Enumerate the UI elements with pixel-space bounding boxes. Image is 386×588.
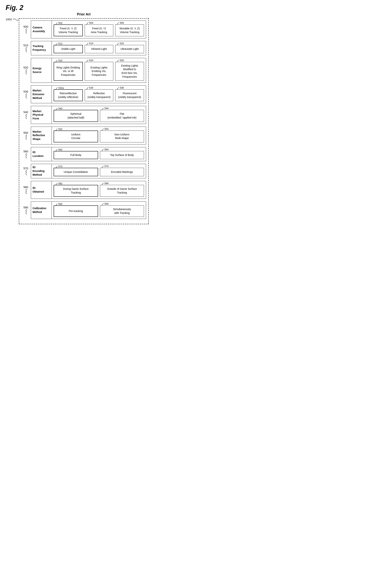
option-text-532a: Retroreflective (visibly reflective) bbox=[58, 92, 78, 99]
row-options-540: 542Spherical (attached ball)544Flat (emb… bbox=[52, 106, 146, 124]
option-text-572: Unique Constellation bbox=[64, 170, 88, 174]
side-ref-570: 570 bbox=[21, 167, 31, 175]
ref-num-594: 594 bbox=[102, 202, 108, 206]
option-text-502: Fixed (X, Y, Z) Volume Tracking bbox=[59, 27, 78, 34]
ref-num-536: 536 bbox=[117, 86, 124, 89]
row-group-500: Camera Assembly502Fixed (X, Y, Z) Volume… bbox=[31, 21, 146, 38]
row-options-570: 572Unique Constellation574Encoded Markin… bbox=[52, 164, 146, 178]
option-box-592: 592Pre-tracking bbox=[54, 205, 98, 217]
option-text-526: Existing Lights Modified to Emit Non-Vis… bbox=[117, 64, 142, 79]
option-box-534: 534Reflective (visibly transparent) bbox=[85, 89, 113, 101]
row-group-580: ID: Obtained582During Game Surface Track… bbox=[31, 181, 146, 199]
ref-num-512: 512 bbox=[56, 42, 63, 45]
row-label-510: Tracking Frequency bbox=[31, 41, 52, 55]
group-560: 560ID: Location562Full Body564Top Surfac… bbox=[21, 147, 146, 161]
row-options-590: 592Pre-tracking594Simultaneously with Tr… bbox=[52, 202, 146, 219]
option-box-572: 572Unique Constellation bbox=[54, 168, 98, 176]
row-group-520: Energy Source522Ring Lights Emitting Vis… bbox=[31, 58, 146, 83]
option-text-542: Spherical (attached ball) bbox=[67, 112, 84, 119]
ref-num-574: 574 bbox=[102, 165, 108, 168]
row-label-550: Marker: Reflective Shape bbox=[31, 127, 52, 144]
ref-num-592: 592 bbox=[56, 202, 63, 206]
ref-num-582: 582 bbox=[56, 182, 63, 185]
group-530: 530Marker: Emission Method532aRetrorefle… bbox=[21, 85, 146, 103]
option-text-534: Reflective (visibly transparent) bbox=[87, 92, 110, 99]
option-box-562: 562Full Body bbox=[54, 151, 98, 159]
side-ref-580: 580 bbox=[21, 186, 31, 194]
option-text-574: Encoded Markings bbox=[111, 170, 133, 174]
side-ref-510: 510 bbox=[21, 44, 31, 52]
option-text-536: Fluorescent (visibly transparent) bbox=[118, 92, 141, 99]
row-group-530: Marker: Emission Method532aRetroreflecti… bbox=[31, 85, 146, 103]
option-box-524: 524Existing Lights Emitting Vis. Frequen… bbox=[85, 62, 113, 81]
outer-container: 500Camera Assembly502Fixed (X, Y, Z) Vol… bbox=[19, 18, 149, 224]
group-510: 510Tracking Frequency512Visible Light514… bbox=[21, 41, 146, 55]
ref-num-514: 514 bbox=[86, 42, 93, 45]
option-box-542: 542Spherical (attached ball) bbox=[54, 110, 98, 122]
option-text-544: Flat (embedded / applied ink) bbox=[107, 112, 136, 119]
ref-num-534: 534 bbox=[86, 86, 93, 89]
row-label-530: Marker: Emission Method bbox=[31, 85, 52, 103]
option-text-564: Top Surface of Body bbox=[110, 153, 134, 157]
ref-num-506: 506 bbox=[117, 21, 124, 25]
side-ref-500: 500 bbox=[21, 25, 31, 34]
row-group-550: Marker: Reflective Shape552Uniform Circu… bbox=[31, 126, 146, 145]
row-group-590: Calibration Method592Pre-tracking594Simu… bbox=[31, 201, 146, 219]
option-box-512: 512Visible Light bbox=[54, 45, 83, 53]
side-ref-550: 550 bbox=[21, 131, 31, 140]
group-520: 520Energy Source522Ring Lights Emitting … bbox=[21, 58, 146, 83]
row-label-560: ID: Location bbox=[31, 147, 52, 161]
option-text-514: Infrared Light bbox=[91, 47, 107, 51]
option-box-574: 574Encoded Markings bbox=[100, 168, 144, 176]
group-570: 570ID: Encoding Method572Unique Constell… bbox=[21, 164, 146, 178]
side-ref-590: 590 bbox=[21, 206, 31, 215]
option-box-516: 516Ultraviolet Light bbox=[115, 45, 144, 53]
option-text-506: Movable (X, Y, Z) Volume Tracking bbox=[120, 27, 140, 34]
option-text-512: Visible Light bbox=[61, 47, 75, 51]
row-options-500: 502Fixed (X, Y, Z) Volume Tracking504Fix… bbox=[52, 21, 146, 38]
option-text-522: Ring Lights Emitting Vis. or IR Frequenc… bbox=[56, 66, 81, 77]
row-group-510: Tracking Frequency512Visible Light514Inf… bbox=[31, 41, 146, 55]
group-540: 540Marker: Physical Form542Spherical (at… bbox=[21, 106, 146, 124]
ref-num-552: 552 bbox=[56, 127, 63, 131]
row-options-520: 522Ring Lights Emitting Vis. or IR Frequ… bbox=[52, 58, 146, 83]
ref-num-564: 564 bbox=[102, 148, 108, 151]
row-label-590: Calibration Method bbox=[31, 202, 52, 219]
row-label-580: ID: Obtained bbox=[31, 181, 52, 199]
group-580: 580ID: Obtained582During Game Surface Tr… bbox=[21, 181, 146, 199]
row-options-580: 582During Game Surface Tracking584Outsid… bbox=[52, 181, 146, 199]
option-box-526: 526Existing Lights Modified to Emit Non-… bbox=[115, 62, 144, 81]
option-box-552: 552Uniform Circular bbox=[54, 130, 98, 142]
row-options-560: 562Full Body564Top Surface of Body bbox=[52, 147, 146, 161]
row-options-530: 532aRetroreflective (visibly reflective)… bbox=[52, 85, 146, 103]
option-box-564: 564Top Surface of Body bbox=[100, 151, 144, 159]
figure-title: Fig. 2 bbox=[6, 4, 149, 12]
option-text-562: Full Body bbox=[70, 153, 81, 157]
option-text-594: Simultaneously with Tracking bbox=[113, 208, 131, 215]
ref-num-522: 522 bbox=[56, 59, 63, 62]
option-box-582: 582During Game Surface Tracking bbox=[54, 185, 98, 197]
ref-num-572: 572 bbox=[56, 165, 63, 168]
ref-num-562: 562 bbox=[56, 148, 63, 151]
side-ref-530: 530 bbox=[21, 90, 31, 99]
option-box-584: 584Outside of Game Surface Tracking bbox=[100, 185, 144, 197]
group-590: 590Calibration Method592Pre-tracking594S… bbox=[21, 201, 146, 219]
row-label-520: Energy Source bbox=[31, 58, 52, 83]
row-options-550: 552Uniform Circular554Non-Uniform Multi-… bbox=[52, 127, 146, 144]
ref-num-524: 524 bbox=[86, 59, 93, 62]
row-group-540: Marker: Physical Form542Spherical (attac… bbox=[31, 106, 146, 124]
row-label-570: ID: Encoding Method bbox=[31, 164, 52, 178]
row-group-570: ID: Encoding Method572Unique Constellati… bbox=[31, 164, 146, 178]
option-text-554: Non-Uniform Multi-shape bbox=[114, 133, 129, 140]
row-options-510: 512Visible Light514Infrared Light516Ultr… bbox=[52, 41, 146, 55]
option-text-584: Outside of Game Surface Tracking bbox=[107, 187, 137, 194]
option-box-594: 594Simultaneously with Tracking bbox=[100, 205, 144, 217]
ref-num-584: 584 bbox=[102, 182, 108, 185]
option-text-582: During Game Surface Tracking bbox=[63, 187, 88, 194]
group-500: 500Camera Assembly502Fixed (X, Y, Z) Vol… bbox=[21, 21, 146, 38]
prior-art-label: Prior Art bbox=[19, 12, 149, 16]
option-text-504: Fixed (X, Y) Area Tracking bbox=[91, 27, 107, 34]
outer-ref-label: 1002 bbox=[6, 18, 19, 21]
option-text-516: Ultraviolet Light bbox=[120, 47, 139, 51]
option-text-592: Pre-tracking bbox=[69, 209, 83, 213]
